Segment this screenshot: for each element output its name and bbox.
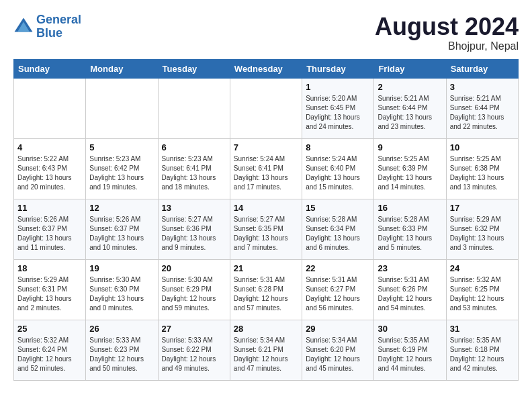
day-cell-23: 23Sunrise: 5:31 AM Sunset: 6:26 PM Dayli…: [374, 259, 446, 320]
day-cell-26: 26Sunrise: 5:33 AM Sunset: 6:23 PM Dayli…: [86, 320, 158, 380]
day-number: 18: [17, 263, 82, 273]
day-number: 13: [162, 203, 226, 213]
day-info: Sunrise: 5:26 AM Sunset: 6:37 PM Dayligh…: [89, 215, 154, 253]
day-number: 26: [89, 324, 154, 334]
day-number: 11: [17, 203, 82, 213]
day-info: Sunrise: 5:31 AM Sunset: 6:26 PM Dayligh…: [378, 275, 442, 313]
day-number: 17: [450, 203, 515, 213]
day-number: 6: [162, 142, 226, 152]
day-cell-29: 29Sunrise: 5:34 AM Sunset: 6:20 PM Dayli…: [302, 320, 374, 380]
day-cell-22: 22Sunrise: 5:31 AM Sunset: 6:27 PM Dayli…: [302, 259, 374, 320]
weekday-header-monday: Monday: [86, 59, 158, 78]
day-number: 2: [378, 82, 442, 92]
logo-text: General Blue: [36, 13, 81, 40]
day-number: 31: [450, 324, 515, 334]
day-cell-14: 14Sunrise: 5:27 AM Sunset: 6:35 PM Dayli…: [230, 199, 302, 259]
day-cell-25: 25Sunrise: 5:32 AM Sunset: 6:24 PM Dayli…: [14, 320, 86, 380]
day-cell-16: 16Sunrise: 5:28 AM Sunset: 6:33 PM Dayli…: [374, 199, 446, 259]
day-number: 1: [306, 82, 370, 92]
day-number: 28: [234, 324, 298, 334]
week-row-4: 18Sunrise: 5:29 AM Sunset: 6:31 PM Dayli…: [14, 259, 519, 320]
day-info: Sunrise: 5:28 AM Sunset: 6:33 PM Dayligh…: [378, 215, 442, 253]
day-info: Sunrise: 5:34 AM Sunset: 6:21 PM Dayligh…: [234, 336, 298, 373]
day-cell-30: 30Sunrise: 5:35 AM Sunset: 6:19 PM Dayli…: [374, 320, 446, 380]
day-number: 24: [450, 263, 515, 273]
day-info: Sunrise: 5:32 AM Sunset: 6:24 PM Dayligh…: [17, 336, 82, 373]
day-info: Sunrise: 5:33 AM Sunset: 6:23 PM Dayligh…: [89, 336, 154, 373]
day-info: Sunrise: 5:33 AM Sunset: 6:22 PM Dayligh…: [162, 336, 226, 373]
day-number: 14: [234, 203, 298, 213]
day-info: Sunrise: 5:30 AM Sunset: 6:30 PM Dayligh…: [89, 275, 154, 313]
day-cell-13: 13Sunrise: 5:27 AM Sunset: 6:36 PM Dayli…: [158, 199, 230, 259]
weekday-header-friday: Friday: [374, 59, 446, 78]
day-number: 19: [89, 263, 154, 273]
weekday-header-thursday: Thursday: [302, 59, 374, 78]
logo: General Blue: [13, 13, 81, 40]
day-info: Sunrise: 5:24 AM Sunset: 6:40 PM Dayligh…: [306, 154, 370, 192]
day-cell-1: 1Sunrise: 5:20 AM Sunset: 6:45 PM Daylig…: [302, 78, 374, 138]
week-row-1: 1Sunrise: 5:20 AM Sunset: 6:45 PM Daylig…: [14, 78, 519, 138]
day-cell-empty-2: [158, 78, 230, 138]
day-number: 4: [17, 142, 82, 152]
day-info: Sunrise: 5:21 AM Sunset: 6:44 PM Dayligh…: [450, 94, 515, 132]
day-cell-27: 27Sunrise: 5:33 AM Sunset: 6:22 PM Dayli…: [158, 320, 230, 380]
weekday-header-sunday: Sunday: [14, 59, 86, 78]
day-info: Sunrise: 5:23 AM Sunset: 6:41 PM Dayligh…: [162, 154, 226, 192]
day-cell-empty-1: [86, 78, 158, 138]
day-info: Sunrise: 5:21 AM Sunset: 6:44 PM Dayligh…: [378, 94, 442, 132]
day-cell-empty-3: [230, 78, 302, 138]
week-row-3: 11Sunrise: 5:26 AM Sunset: 6:37 PM Dayli…: [14, 199, 519, 259]
day-number: 27: [162, 324, 226, 334]
day-number: 7: [234, 142, 298, 152]
day-cell-12: 12Sunrise: 5:26 AM Sunset: 6:37 PM Dayli…: [86, 199, 158, 259]
day-info: Sunrise: 5:27 AM Sunset: 6:35 PM Dayligh…: [234, 215, 298, 253]
day-cell-11: 11Sunrise: 5:26 AM Sunset: 6:37 PM Dayli…: [14, 199, 86, 259]
day-info: Sunrise: 5:22 AM Sunset: 6:43 PM Dayligh…: [17, 154, 82, 192]
weekday-header-row: SundayMondayTuesdayWednesdayThursdayFrid…: [14, 59, 519, 78]
day-info: Sunrise: 5:32 AM Sunset: 6:25 PM Dayligh…: [450, 275, 515, 313]
week-row-2: 4Sunrise: 5:22 AM Sunset: 6:43 PM Daylig…: [14, 138, 519, 199]
day-cell-28: 28Sunrise: 5:34 AM Sunset: 6:21 PM Dayli…: [230, 320, 302, 380]
day-number: 16: [378, 203, 442, 213]
weekday-header-saturday: Saturday: [446, 59, 518, 78]
day-cell-15: 15Sunrise: 5:28 AM Sunset: 6:34 PM Dayli…: [302, 199, 374, 259]
day-number: 25: [17, 324, 82, 334]
day-cell-18: 18Sunrise: 5:29 AM Sunset: 6:31 PM Dayli…: [14, 259, 86, 320]
day-cell-8: 8Sunrise: 5:24 AM Sunset: 6:40 PM Daylig…: [302, 138, 374, 199]
day-number: 10: [450, 142, 515, 152]
day-cell-21: 21Sunrise: 5:31 AM Sunset: 6:28 PM Dayli…: [230, 259, 302, 320]
day-cell-9: 9Sunrise: 5:25 AM Sunset: 6:39 PM Daylig…: [374, 138, 446, 199]
day-cell-31: 31Sunrise: 5:35 AM Sunset: 6:18 PM Dayli…: [446, 320, 518, 380]
day-cell-19: 19Sunrise: 5:30 AM Sunset: 6:30 PM Dayli…: [86, 259, 158, 320]
day-info: Sunrise: 5:31 AM Sunset: 6:27 PM Dayligh…: [306, 275, 370, 313]
day-info: Sunrise: 5:27 AM Sunset: 6:36 PM Dayligh…: [162, 215, 226, 253]
day-info: Sunrise: 5:34 AM Sunset: 6:20 PM Dayligh…: [306, 336, 370, 373]
day-info: Sunrise: 5:28 AM Sunset: 6:34 PM Dayligh…: [306, 215, 370, 253]
day-info: Sunrise: 5:35 AM Sunset: 6:18 PM Dayligh…: [450, 336, 515, 373]
day-info: Sunrise: 5:30 AM Sunset: 6:29 PM Dayligh…: [162, 275, 226, 313]
day-cell-10: 10Sunrise: 5:25 AM Sunset: 6:38 PM Dayli…: [446, 138, 518, 199]
week-row-5: 25Sunrise: 5:32 AM Sunset: 6:24 PM Dayli…: [14, 320, 519, 380]
day-cell-empty-0: [14, 78, 86, 138]
day-info: Sunrise: 5:20 AM Sunset: 6:45 PM Dayligh…: [306, 94, 370, 132]
day-number: 23: [378, 263, 442, 273]
day-info: Sunrise: 5:24 AM Sunset: 6:41 PM Dayligh…: [234, 154, 298, 192]
day-info: Sunrise: 5:31 AM Sunset: 6:28 PM Dayligh…: [234, 275, 298, 313]
day-number: 29: [306, 324, 370, 334]
day-cell-24: 24Sunrise: 5:32 AM Sunset: 6:25 PM Dayli…: [446, 259, 518, 320]
day-number: 21: [234, 263, 298, 273]
day-info: Sunrise: 5:29 AM Sunset: 6:31 PM Dayligh…: [17, 275, 82, 313]
weekday-header-tuesday: Tuesday: [158, 59, 230, 78]
day-info: Sunrise: 5:23 AM Sunset: 6:42 PM Dayligh…: [89, 154, 154, 192]
logo-icon: [13, 17, 34, 37]
day-info: Sunrise: 5:25 AM Sunset: 6:39 PM Dayligh…: [378, 154, 442, 192]
day-cell-20: 20Sunrise: 5:30 AM Sunset: 6:29 PM Dayli…: [158, 259, 230, 320]
day-cell-6: 6Sunrise: 5:23 AM Sunset: 6:41 PM Daylig…: [158, 138, 230, 199]
day-number: 20: [162, 263, 226, 273]
day-number: 22: [306, 263, 370, 273]
month-year: August 2024: [375, 13, 519, 40]
day-cell-7: 7Sunrise: 5:24 AM Sunset: 6:41 PM Daylig…: [230, 138, 302, 199]
title-block: August 2024 Bhojpur, Nepal: [375, 13, 519, 52]
day-number: 3: [450, 82, 515, 92]
weekday-header-wednesday: Wednesday: [230, 59, 302, 78]
